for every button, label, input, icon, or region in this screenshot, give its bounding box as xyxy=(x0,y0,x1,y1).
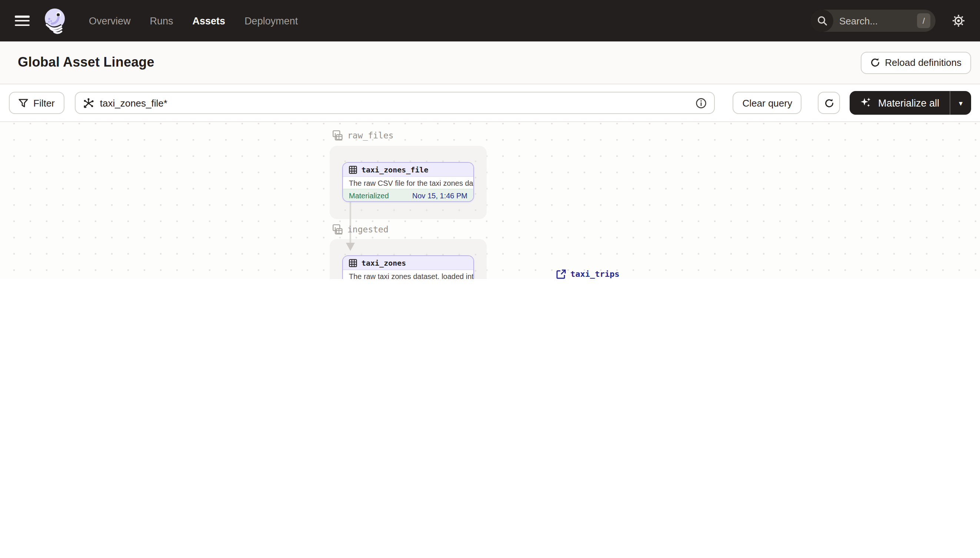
settings-gear-icon[interactable] xyxy=(952,14,965,27)
asset-status: Materialized xyxy=(349,191,389,199)
asset-name: taxi_zones xyxy=(361,259,406,267)
external-link-icon xyxy=(556,269,566,279)
materialize-all-split-button: Materialize all ▾ xyxy=(850,91,971,115)
materialize-dropdown-caret[interactable]: ▾ xyxy=(950,91,971,115)
search-icon xyxy=(811,10,833,32)
nav-item-overview[interactable]: Overview xyxy=(89,15,131,26)
external-asset-name: taxi_trips xyxy=(570,269,619,279)
page-header: Global Asset Lineage Reload definitions xyxy=(0,41,980,84)
search-input[interactable]: Search... / xyxy=(811,10,936,32)
lineage-canvas[interactable]: raw_files ingested requests xyxy=(0,123,980,279)
table-icon xyxy=(349,166,357,174)
lineage-edges xyxy=(0,123,980,279)
asset-description: The raw CSV file for the taxi zones dat.… xyxy=(343,177,473,189)
asset-node-taxi-zones-file[interactable]: taxi_zones_file The raw CSV file for the… xyxy=(342,162,474,202)
dagster-app: Overview Runs Assets Deployment Search..… xyxy=(0,0,980,279)
group-name: raw_files xyxy=(348,130,394,141)
reload-icon xyxy=(870,58,880,67)
asset-description: The raw taxi zones dataset, loaded int..… xyxy=(343,270,473,279)
table-icon xyxy=(349,259,357,267)
refresh-icon xyxy=(824,98,834,108)
filter-button[interactable]: Filter xyxy=(9,92,64,114)
filter-funnel-icon xyxy=(18,98,28,108)
reload-definitions-button[interactable]: Reload definitions xyxy=(860,51,971,74)
nav-item-deployment[interactable]: Deployment xyxy=(244,15,298,26)
asset-node-taxi-zones[interactable]: taxi_zones The raw taxi zones dataset, l… xyxy=(342,255,474,279)
query-info-icon[interactable] xyxy=(696,97,707,108)
primary-nav: Overview Runs Assets Deployment xyxy=(89,15,298,26)
nav-item-runs[interactable]: Runs xyxy=(150,15,173,26)
asset-query-input[interactable]: taxi_zones_file* xyxy=(75,92,715,114)
group-name: ingested xyxy=(348,224,389,235)
nav-item-assets[interactable]: Assets xyxy=(193,15,226,26)
lineage-toolbar: Filter taxi_z xyxy=(0,84,980,122)
clear-query-label: Clear query xyxy=(743,97,792,108)
filter-button-label: Filter xyxy=(33,97,55,108)
materialize-all-label: Materialize all xyxy=(878,97,939,108)
group-icon xyxy=(333,130,343,141)
asset-timestamp[interactable]: Nov 15, 1:46 PM xyxy=(412,191,468,199)
asset-name: taxi_zones_file xyxy=(361,166,428,174)
group-label-ingested[interactable]: ingested xyxy=(333,224,389,235)
refresh-graph-button[interactable] xyxy=(818,92,840,114)
search-placeholder: Search... xyxy=(839,15,917,26)
dagster-logo xyxy=(41,6,70,36)
page-title: Global Asset Lineage xyxy=(18,55,155,70)
asset-graph-icon xyxy=(83,97,94,108)
group-label-raw-files[interactable]: raw_files xyxy=(333,130,394,141)
group-icon xyxy=(333,224,343,235)
external-asset-taxi-trips[interactable]: taxi_trips xyxy=(556,269,619,279)
search-shortcut-badge: / xyxy=(917,13,931,28)
clear-query-button[interactable]: Clear query xyxy=(733,92,802,114)
top-navbar: Overview Runs Assets Deployment Search..… xyxy=(0,0,980,41)
sparkle-icon xyxy=(860,97,872,109)
materialize-all-button[interactable]: Materialize all xyxy=(850,91,950,115)
reload-definitions-label: Reload definitions xyxy=(885,57,962,68)
asset-query-value: taxi_zones_file* xyxy=(100,97,690,108)
hamburger-menu-icon[interactable] xyxy=(15,16,30,26)
